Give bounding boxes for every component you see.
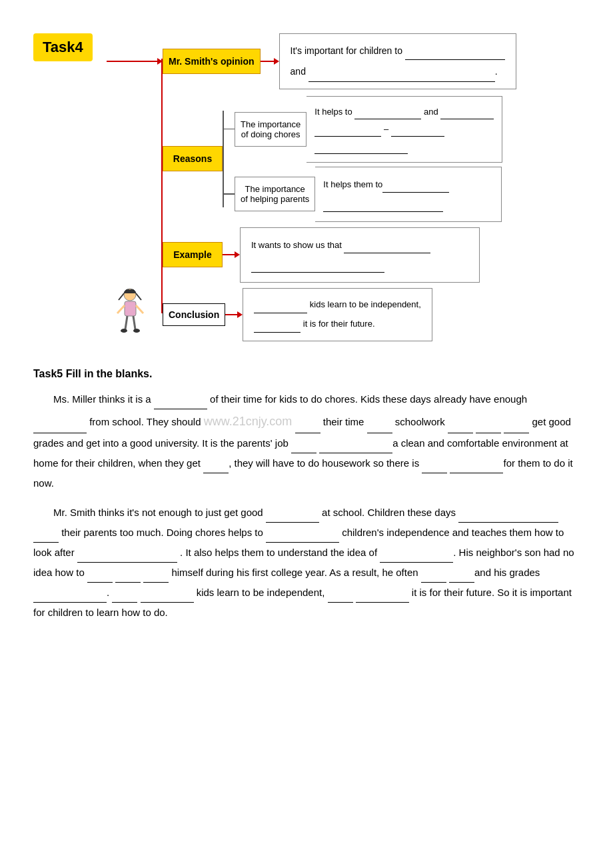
reason2-blank1[interactable] — [382, 192, 449, 193]
reason1-blank4[interactable] — [391, 136, 444, 137]
p2-blank11[interactable] — [449, 582, 474, 583]
p1-blank10[interactable] — [203, 473, 229, 473]
example-blank2[interactable] — [251, 272, 384, 273]
p1-blank9[interactable] — [319, 453, 392, 453]
example-label: Example — [163, 242, 223, 267]
sub-reason1-box: It helps to and – — [306, 96, 502, 163]
p2-blank14[interactable] — [141, 602, 194, 603]
p2-blank3[interactable] — [33, 542, 59, 543]
example-blank1[interactable] — [344, 253, 430, 253]
p2-blank1[interactable] — [266, 522, 319, 523]
conclusion-blank1[interactable] — [254, 313, 307, 313]
opinion-label: Mr. Smith's opinion — [163, 49, 261, 74]
opinion-box: It's important for children to and . — [279, 33, 516, 89]
p1-blank1[interactable] — [154, 409, 207, 409]
conclusion-box: kids learn to be independent, it is for … — [243, 288, 432, 341]
svg-line-2 — [136, 293, 141, 300]
svg-line-4 — [117, 305, 125, 313]
p2-blank15[interactable] — [328, 602, 353, 603]
p1-blank12[interactable] — [450, 473, 503, 473]
opinion-blank2[interactable] — [308, 81, 495, 82]
p2-blank6[interactable] — [380, 562, 453, 563]
reason2-blank2[interactable] — [323, 211, 443, 212]
task5-section: Task5 Fill in the blanks. Ms. Miller thi… — [33, 368, 580, 623]
sub-reason1-label: The importanceof doing chores — [235, 112, 306, 147]
p2-blank13[interactable] — [112, 602, 137, 603]
reasons-label: Reasons — [163, 146, 223, 171]
p2-blank4[interactable] — [266, 542, 339, 543]
task5-title: Task5 Fill in the blanks. — [33, 368, 580, 380]
p2-blank10[interactable] — [421, 582, 446, 583]
task5-para1: Ms. Miller thinks it is a of their time … — [33, 389, 580, 493]
svg-rect-3 — [125, 301, 136, 316]
p1-blank6[interactable] — [476, 433, 501, 433]
p1-blank8[interactable] — [291, 453, 316, 453]
svg-point-8 — [121, 329, 127, 333]
reason1-blank1[interactable] — [354, 119, 421, 119]
svg-point-9 — [133, 329, 140, 333]
p1-blank4[interactable] — [367, 433, 392, 433]
example-box: It wants to show us that — [240, 227, 480, 283]
p2-blank12[interactable] — [33, 602, 107, 603]
conclusion-label: Conclusion — [163, 303, 225, 326]
opinion-line1: It's important for children to — [291, 45, 402, 56]
character-image — [112, 288, 149, 338]
p2-blank2[interactable] — [458, 522, 558, 523]
opinion-blank1[interactable] — [405, 59, 505, 60]
sub-reason2-label: The importanceof helping parents — [235, 177, 315, 211]
p1-blank7[interactable] — [504, 433, 529, 433]
p2-blank5[interactable] — [77, 562, 177, 563]
reason1-blank2[interactable] — [440, 119, 494, 119]
p2-blank8[interactable] — [115, 582, 141, 583]
svg-line-7 — [133, 316, 135, 329]
task5-para2: Mr. Smith thinks it's not enough to just… — [33, 503, 580, 623]
p2-blank9[interactable] — [143, 582, 169, 583]
svg-line-6 — [125, 316, 127, 329]
reason1-blank5[interactable] — [314, 153, 408, 154]
p1-blank2[interactable] — [33, 433, 87, 433]
p1-blank11[interactable] — [422, 473, 447, 473]
p2-blank16[interactable] — [356, 602, 409, 603]
sub-reason2-box: It helps them to — [315, 167, 502, 222]
svg-line-1 — [119, 293, 124, 300]
p1-blank3[interactable] — [295, 433, 320, 433]
conclusion-blank2[interactable] — [254, 332, 301, 333]
p2-blank7[interactable] — [87, 582, 113, 583]
svg-line-5 — [136, 305, 143, 313]
p1-blank5[interactable] — [448, 433, 473, 433]
reason1-blank3[interactable] — [314, 136, 381, 137]
task4-label: Task4 — [33, 33, 93, 61]
